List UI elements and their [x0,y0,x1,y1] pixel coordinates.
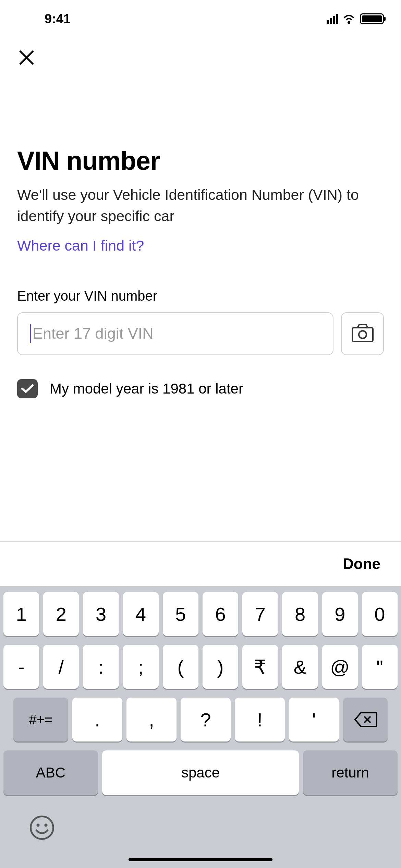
svg-point-4 [37,824,40,827]
key-3[interactable]: 3 [83,592,119,636]
key-quote[interactable]: " [362,645,398,689]
key-comma[interactable]: , [126,698,177,742]
page-title: VIN number [17,146,384,176]
key-4[interactable]: 4 [123,592,159,636]
key-2[interactable]: 2 [43,592,79,636]
battery-icon [360,13,384,24]
key-9[interactable]: 9 [322,592,358,636]
key-slash[interactable]: / [43,645,79,689]
status-icons [327,13,384,24]
key-6[interactable]: 6 [203,592,238,636]
key-dash[interactable]: - [3,645,39,689]
key-backspace[interactable] [343,698,388,742]
key-abc[interactable]: ABC [3,750,98,795]
checkbox-label: My model year is 1981 or later [50,381,243,397]
key-rupee[interactable]: ₹ [242,645,278,689]
backspace-icon [353,711,377,728]
vin-input[interactable]: Enter 17 digit VIN [17,312,333,355]
key-8[interactable]: 8 [282,592,318,636]
keyboard-toolbar: Done [0,541,401,586]
help-link[interactable]: Where can I find it? [17,237,144,254]
key-question[interactable]: ? [181,698,231,742]
key-space[interactable]: space [102,750,299,795]
key-symbols[interactable]: #+= [13,698,68,742]
key-rightparen[interactable]: ) [203,645,238,689]
model-year-checkbox[interactable] [17,379,38,398]
emoji-button[interactable] [29,815,55,841]
svg-point-2 [359,331,366,338]
page-description: We'll use your Vehicle Identification Nu… [17,184,384,227]
key-return[interactable]: return [303,750,398,795]
key-7[interactable]: 7 [242,592,278,636]
keyboard-done-button[interactable]: Done [343,555,380,572]
camera-icon [351,323,375,345]
key-semicolon[interactable]: ; [123,645,159,689]
svg-point-0 [348,21,350,23]
camera-scan-button[interactable] [341,312,384,355]
svg-rect-1 [352,328,373,341]
signal-icon [327,14,338,24]
keyboard-section: Done 1 2 3 4 5 6 7 8 9 0 - / : ; ( ) ₹ &… [0,541,401,868]
keyboard: 1 2 3 4 5 6 7 8 9 0 - / : ; ( ) ₹ & @ " … [0,586,401,868]
key-5[interactable]: 5 [163,592,198,636]
key-apostrophe[interactable]: ' [289,698,339,742]
status-bar: 9:41 [0,0,401,34]
vin-field-label: Enter your VIN number [17,288,384,304]
checkmark-icon [21,384,34,394]
wifi-icon [342,14,356,24]
key-period[interactable]: . [72,698,122,742]
key-leftparen[interactable]: ( [163,645,198,689]
key-0[interactable]: 0 [362,592,398,636]
svg-point-3 [31,817,53,839]
key-1[interactable]: 1 [3,592,39,636]
vin-input-placeholder: Enter 17 digit VIN [33,325,154,342]
key-ampersand[interactable]: & [282,645,318,689]
svg-point-5 [45,824,48,827]
key-exclaim[interactable]: ! [235,698,285,742]
key-at[interactable]: @ [322,645,358,689]
status-time: 9:41 [45,12,71,26]
home-indicator[interactable] [129,858,272,861]
close-button[interactable] [0,34,401,77]
close-icon [17,48,36,67]
key-colon[interactable]: : [83,645,119,689]
